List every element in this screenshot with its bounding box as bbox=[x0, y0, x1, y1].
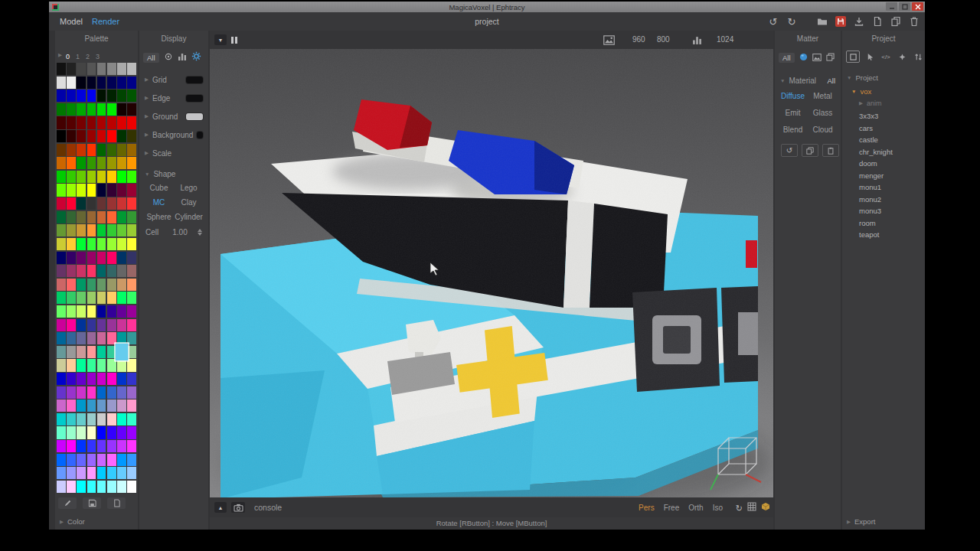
palette-file-button[interactable] bbox=[107, 497, 126, 509]
palette-swatch[interactable] bbox=[107, 144, 116, 156]
palette-swatch[interactable] bbox=[97, 373, 106, 385]
shape-option-sphere[interactable]: Sphere bbox=[144, 210, 174, 224]
palette-swatch[interactable] bbox=[117, 359, 126, 371]
palette-swatch[interactable] bbox=[117, 211, 126, 223]
palette-swatch[interactable] bbox=[117, 184, 126, 196]
palette-swatch[interactable] bbox=[67, 292, 76, 304]
palette-swatch[interactable] bbox=[77, 211, 86, 223]
palette-swatch[interactable] bbox=[97, 467, 106, 479]
palette-swatch[interactable] bbox=[87, 90, 96, 102]
palette-swatch[interactable] bbox=[87, 144, 96, 156]
material-type-emit[interactable]: Emit bbox=[778, 106, 808, 122]
palette-swatch[interactable] bbox=[57, 426, 66, 439]
palette-swatch[interactable] bbox=[97, 359, 106, 371]
display-swatch-edge[interactable] bbox=[186, 95, 203, 102]
camera-mode-orth[interactable]: Orth bbox=[688, 504, 703, 512]
palette-swatch[interactable] bbox=[67, 346, 76, 358]
palette-swatch[interactable] bbox=[77, 454, 86, 466]
palette-swatch[interactable] bbox=[127, 481, 136, 493]
palette-swatch[interactable] bbox=[77, 90, 86, 102]
palette-swatch[interactable] bbox=[127, 426, 136, 439]
samples-value[interactable]: 1024 bbox=[717, 31, 733, 49]
camera-mode-pers[interactable]: Pers bbox=[639, 504, 655, 512]
display-all-button[interactable]: All bbox=[143, 53, 159, 63]
palette-swatch[interactable] bbox=[67, 386, 76, 399]
palette-swatch[interactable] bbox=[117, 130, 126, 142]
palette-swatch[interactable] bbox=[107, 454, 116, 466]
project-item-monu1[interactable]: monu1 bbox=[842, 181, 925, 194]
palette-save-button[interactable] bbox=[83, 497, 101, 509]
palette-swatch[interactable] bbox=[117, 157, 126, 169]
palette-swatch[interactable] bbox=[107, 467, 116, 479]
palette-swatch[interactable] bbox=[87, 454, 96, 466]
palette-swatch[interactable] bbox=[77, 144, 86, 156]
palette-swatch[interactable] bbox=[107, 426, 116, 439]
palette-swatch[interactable] bbox=[127, 77, 136, 89]
palette-swatch[interactable] bbox=[107, 238, 116, 250]
palette-swatch[interactable] bbox=[127, 63, 136, 75]
palette-swatch[interactable] bbox=[117, 292, 126, 304]
palette-swatch[interactable] bbox=[57, 332, 66, 344]
image-icon[interactable] bbox=[812, 51, 822, 64]
project-browse-icon[interactable] bbox=[846, 51, 860, 63]
palette-swatch[interactable] bbox=[127, 292, 136, 304]
display-swatch-grid[interactable] bbox=[186, 77, 203, 83]
palette-swatch[interactable] bbox=[97, 90, 106, 102]
palette-swatch[interactable] bbox=[87, 346, 96, 358]
palette-swatch[interactable] bbox=[77, 319, 86, 331]
palette-swatch[interactable] bbox=[87, 440, 96, 452]
shape-option-clay[interactable]: Clay bbox=[174, 195, 204, 210]
palette-swatch[interactable] bbox=[57, 454, 66, 466]
palette-tab-1[interactable]: 1 bbox=[73, 53, 83, 60]
palette-swatch[interactable] bbox=[57, 265, 66, 277]
palette-swatch[interactable] bbox=[57, 292, 66, 304]
close-button[interactable] bbox=[912, 2, 923, 11]
palette-swatch[interactable] bbox=[97, 77, 106, 89]
palette-swatch[interactable] bbox=[77, 440, 86, 452]
redo-icon[interactable]: ↻ bbox=[786, 15, 798, 28]
palette-swatch[interactable] bbox=[67, 171, 76, 183]
palette-swatch[interactable] bbox=[67, 440, 76, 452]
palette-swatch[interactable] bbox=[87, 467, 96, 479]
gear-icon[interactable] bbox=[191, 51, 201, 64]
palette-swatch[interactable] bbox=[67, 144, 76, 156]
palette-swatch[interactable] bbox=[107, 90, 116, 102]
palette-swatch[interactable] bbox=[107, 279, 116, 291]
palette-swatch[interactable] bbox=[57, 346, 66, 358]
export-section[interactable]: ▶ Export bbox=[847, 517, 875, 526]
palette-swatch[interactable] bbox=[107, 386, 116, 399]
palette-swatch[interactable] bbox=[67, 197, 76, 210]
palette-swatch[interactable] bbox=[67, 332, 76, 344]
palette-swatch[interactable] bbox=[87, 130, 96, 142]
display-swatch-ground[interactable] bbox=[186, 113, 203, 120]
palette-swatch[interactable] bbox=[107, 77, 116, 89]
palette-swatch[interactable] bbox=[77, 399, 86, 412]
project-item-castle[interactable]: castle bbox=[842, 134, 925, 146]
palette-swatch[interactable] bbox=[117, 426, 126, 439]
project-item-3x3x3[interactable]: 3x3x3 bbox=[842, 110, 925, 122]
palette-swatch[interactable] bbox=[57, 63, 66, 75]
palette-swatch[interactable] bbox=[67, 252, 76, 264]
palette-swatch[interactable] bbox=[57, 359, 66, 371]
shape-option-lego[interactable]: Lego bbox=[174, 181, 204, 195]
palette-swatch[interactable] bbox=[127, 144, 136, 156]
palette-swatch[interactable] bbox=[67, 481, 76, 493]
palette-swatch[interactable] bbox=[57, 116, 66, 129]
palette-swatch[interactable] bbox=[77, 467, 86, 479]
palette-swatch[interactable] bbox=[117, 197, 126, 210]
palette-swatch[interactable] bbox=[127, 359, 136, 371]
export-download-icon[interactable] bbox=[853, 15, 865, 28]
palette-swatch[interactable] bbox=[77, 197, 86, 210]
palette-swatch[interactable] bbox=[97, 332, 106, 344]
render-image-icon[interactable] bbox=[603, 34, 615, 48]
palette-swatch[interactable] bbox=[127, 440, 136, 452]
save-icon[interactable] bbox=[835, 15, 847, 28]
palette-swatch[interactable] bbox=[97, 238, 106, 250]
undo-icon[interactable]: ↺ bbox=[767, 15, 779, 28]
palette-swatch[interactable] bbox=[67, 467, 76, 479]
palette-swatch[interactable] bbox=[97, 252, 106, 264]
palette-swatch[interactable] bbox=[117, 454, 126, 466]
material-type-metal[interactable]: Metal bbox=[808, 89, 838, 106]
palette-swatch[interactable] bbox=[97, 157, 106, 169]
palette-swatch[interactable] bbox=[67, 359, 76, 371]
